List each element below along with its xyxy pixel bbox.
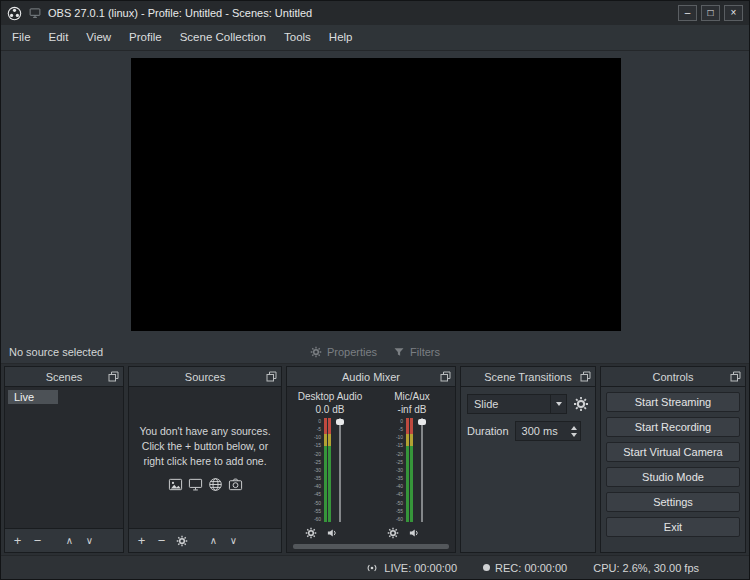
menubar: File Edit View Profile Scene Collection … (1, 25, 749, 51)
meter-scale-tick: -30 (314, 467, 321, 473)
start-recording-button[interactable]: Start Recording (606, 417, 740, 437)
menu-item-view[interactable]: View (77, 25, 120, 50)
exit-button[interactable]: Exit (606, 517, 740, 537)
volume-slider[interactable] (334, 418, 346, 522)
duration-value: 300 ms (522, 425, 558, 437)
meter-scale-tick: -5 (317, 426, 321, 432)
transition-select[interactable]: Slide (467, 394, 567, 414)
dock-popout-icon[interactable] (440, 371, 451, 382)
meter-scale-tick: -20 (314, 451, 321, 457)
spin-down-button[interactable] (571, 433, 577, 437)
menu-item-help[interactable]: Help (320, 25, 362, 50)
globe-icon (208, 477, 223, 492)
meter-scale-tick: -55 (396, 508, 403, 514)
source-status-text: No source selected (9, 346, 103, 358)
meter-scale-tick: -15 (396, 442, 403, 448)
transition-settings-button[interactable] (573, 396, 589, 412)
scenes-panel-title: Scenes (46, 371, 83, 383)
controls-body: Start Streaming Start Recording Start Vi… (601, 387, 745, 552)
rec-time: REC: 00:00:00 (495, 562, 567, 574)
move-scene-up-button[interactable]: ∧ (61, 532, 78, 550)
start-streaming-button[interactable]: Start Streaming (606, 392, 740, 412)
scenes-toolbar: + − ∧ ∨ (5, 528, 123, 552)
sources-empty-text: You don't have any sources. Click the + … (132, 424, 278, 469)
remove-scene-button[interactable]: − (29, 532, 46, 550)
transitions-body: Slide Duration 300 ms (461, 387, 595, 552)
duration-spinbox[interactable]: 300 ms (515, 421, 581, 441)
window-title: OBS 27.0.1 (linux) - Profile: Untitled -… (48, 7, 312, 19)
meter-scale-tick: -50 (396, 500, 403, 506)
meter-scale-tick: -25 (396, 459, 403, 465)
titlebar: OBS 27.0.1 (linux) - Profile: Untitled -… (1, 1, 749, 25)
mute-speaker-icon[interactable] (408, 527, 420, 539)
meter-scale-tick: -40 (396, 483, 403, 489)
scene-item-live[interactable]: Live (8, 390, 58, 404)
mixer-channel-desktop-audio: Desktop Audio 0.0 dB 0-5-10-15-20-25-30-… (292, 390, 368, 542)
audio-mixer-panel: Audio Mixer Desktop Audio 0.0 dB 0-5-10-… (286, 366, 456, 553)
add-scene-button[interactable]: + (9, 532, 26, 550)
channel-settings-gear-icon[interactable] (305, 527, 317, 539)
studio-mode-button[interactable]: Studio Mode (606, 467, 740, 487)
channel-settings-gear-icon[interactable] (387, 527, 399, 539)
scenes-list[interactable]: Live (5, 387, 123, 528)
move-scene-down-button[interactable]: ∨ (81, 532, 98, 550)
meter-scale-tick: -45 (314, 491, 321, 497)
spin-up-button[interactable] (571, 426, 577, 430)
app-icon (29, 7, 41, 19)
volume-slider[interactable] (416, 418, 428, 522)
scenes-panel-header: Scenes (5, 367, 123, 387)
remove-source-button[interactable]: − (153, 532, 170, 550)
slider-handle[interactable] (336, 419, 344, 425)
live-status: LIVE: 00:00:00 (365, 561, 457, 575)
minimize-button[interactable]: – (678, 5, 697, 21)
move-source-up-button[interactable]: ∧ (205, 532, 222, 550)
properties-button[interactable]: Properties (310, 346, 377, 358)
menu-item-scene-collection[interactable]: Scene Collection (171, 25, 275, 50)
camera-icon (228, 477, 243, 492)
scene-transitions-header: Scene Transitions (461, 367, 595, 387)
controls-panel: Controls Start Streaming Start Recording… (600, 366, 746, 553)
dock-popout-icon[interactable] (730, 371, 741, 382)
meter-scale-tick: -25 (314, 459, 321, 465)
audio-mixer-title: Audio Mixer (342, 371, 400, 383)
close-button[interactable]: × (724, 5, 743, 21)
meter-scale-tick: -60 (396, 516, 403, 522)
mixer-channel-mic-aux: Mic/Aux -inf dB 0-5-10-15-20-25-30-35-40… (374, 390, 450, 542)
transition-selected-value: Slide (474, 398, 498, 410)
maximize-button[interactable]: □ (701, 5, 720, 21)
cpu-fps-stats: CPU: 2.6%, 30.00 fps (593, 562, 699, 574)
sources-list[interactable]: You don't have any sources. Click the + … (129, 387, 281, 528)
statusbar: LIVE: 00:00:00 REC: 00:00:00 CPU: 2.6%, … (1, 555, 749, 579)
slider-handle[interactable] (418, 419, 426, 425)
controls-header: Controls (601, 367, 745, 387)
channel-volume-value: -inf dB (398, 403, 427, 416)
broadcast-icon (365, 561, 379, 575)
maximize-icon: □ (707, 8, 713, 18)
start-virtual-camera-button[interactable]: Start Virtual Camera (606, 442, 740, 462)
move-source-down-button[interactable]: ∨ (225, 532, 242, 550)
source-toolbar-buttons: Properties Filters (310, 346, 440, 358)
dock-popout-icon[interactable] (108, 371, 119, 382)
menu-item-file[interactable]: File (3, 25, 40, 50)
source-type-icons (168, 477, 243, 492)
sources-panel: Sources You don't have any sources. Clic… (128, 366, 282, 553)
mute-speaker-icon[interactable] (326, 527, 338, 539)
record-dot-icon (483, 564, 490, 571)
source-properties-button[interactable] (173, 532, 190, 550)
menu-item-edit[interactable]: Edit (40, 25, 78, 50)
menu-item-profile[interactable]: Profile (120, 25, 171, 50)
meter-scale-tick: -10 (314, 434, 321, 440)
settings-button[interactable]: Settings (606, 492, 740, 512)
preview-canvas[interactable] (131, 58, 621, 331)
dock-popout-icon[interactable] (266, 371, 277, 382)
sources-panel-title: Sources (185, 371, 225, 383)
menu-item-tools[interactable]: Tools (275, 25, 320, 50)
mixer-scrollbar[interactable] (293, 544, 449, 549)
meter-scale-tick: -5 (399, 426, 403, 432)
audio-mixer-body: Desktop Audio 0.0 dB 0-5-10-15-20-25-30-… (287, 387, 455, 552)
obs-window: OBS 27.0.1 (linux) - Profile: Untitled -… (0, 0, 750, 580)
dock-popout-icon[interactable] (580, 371, 591, 382)
sources-toolbar: + − ∧ ∨ (129, 528, 281, 552)
add-source-button[interactable]: + (133, 532, 150, 550)
filters-button[interactable]: Filters (393, 346, 440, 358)
